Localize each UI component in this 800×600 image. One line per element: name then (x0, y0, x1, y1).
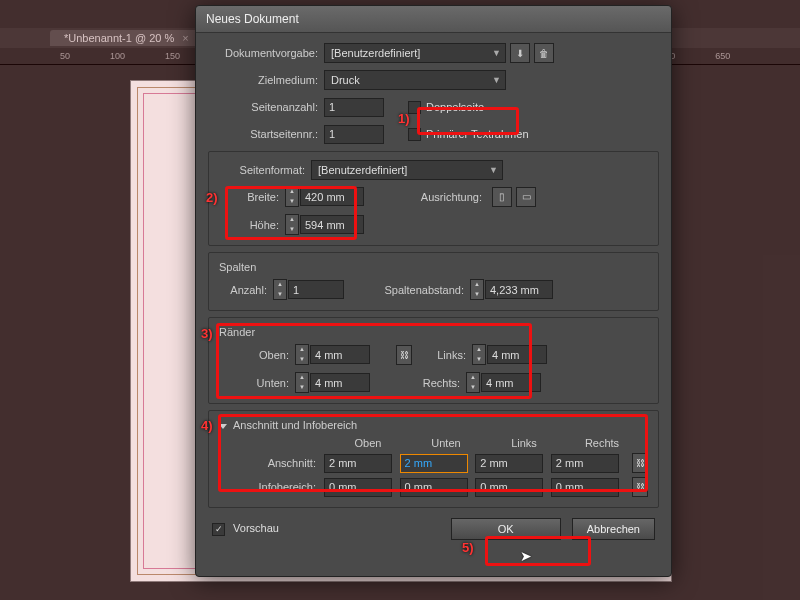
startnr-input[interactable]: 1 (324, 125, 384, 144)
bleed-left-input[interactable]: 2 mm (475, 454, 543, 473)
height-label: Höhe: (219, 219, 285, 231)
columns-group: Spalten Anzahl: ▲▼ 1 Spaltenabstand: ▲▼ … (208, 252, 659, 311)
facing-pages-label: Doppelseite (426, 101, 484, 113)
new-document-dialog: Neues Dokument Dokumentvorgabe: [Benutze… (195, 5, 672, 577)
colcount-input[interactable]: 1 (288, 280, 344, 299)
cursor-icon: ➤ (520, 548, 532, 564)
margin-left-label: Links: (412, 349, 472, 361)
format-label: Seitenformat: (219, 164, 311, 176)
marker-5: 5) (462, 540, 474, 555)
preview-option[interactable]: ✓ Vorschau (212, 522, 279, 536)
margin-bottom-input[interactable]: 4 mm (310, 373, 370, 392)
orientation-portrait-icon[interactable]: ▯ (492, 187, 512, 207)
slug-top-input[interactable]: 0 mm (324, 478, 392, 497)
bleed-column-headers: Oben Unten Links Rechts (329, 437, 648, 449)
delete-preset-icon[interactable]: 🗑 (534, 43, 554, 63)
bleed-label: Anschnitt: (219, 457, 324, 469)
gutter-stepper[interactable]: ▲▼ (470, 279, 484, 300)
margins-group: Ränder Oben: ▲▼ 4 mm ⛓ Links: ▲▼ 4 mm Un… (208, 317, 659, 404)
margin-right-stepper[interactable]: ▲▼ (466, 372, 480, 393)
chevron-down-icon: ▼ (492, 48, 501, 58)
gutter-input[interactable]: 4,233 mm (485, 280, 553, 299)
height-input[interactable]: 594 mm (300, 215, 364, 234)
format-select[interactable]: [Benutzerdefiniert]▼ (311, 160, 503, 180)
width-input[interactable]: 420 mm (300, 187, 364, 206)
colcount-stepper[interactable]: ▲▼ (273, 279, 287, 300)
chevron-down-icon: ▼ (489, 165, 498, 175)
width-label: Breite: (219, 191, 285, 203)
margin-bottom-label: Unten: (219, 377, 295, 389)
margins-title: Ränder (219, 326, 648, 338)
page-format-group: Seitenformat: [Benutzerdefiniert]▼ Breit… (208, 151, 659, 246)
intent-select[interactable]: Druck▼ (324, 70, 506, 90)
preview-checkbox[interactable]: ✓ (212, 523, 225, 536)
bleed-bottom-input[interactable]: 2 mm (400, 454, 468, 473)
cancel-button[interactable]: Abbrechen (572, 518, 655, 540)
margin-top-stepper[interactable]: ▲▼ (295, 344, 309, 365)
marker-1: 1) (398, 111, 410, 126)
chevron-down-icon: ▼ (492, 75, 501, 85)
link-bleed-icon[interactable]: ⛓ (632, 453, 648, 473)
orientation-landscape-icon[interactable]: ▭ (516, 187, 536, 207)
slug-left-input[interactable]: 0 mm (475, 478, 543, 497)
bleed-slug-group: Anschnitt und Infobereich Oben Unten Lin… (208, 410, 659, 508)
disclosure-icon[interactable] (219, 424, 227, 429)
margin-bottom-stepper[interactable]: ▲▼ (295, 372, 309, 393)
primary-textframe-label: Primärer Textrahmen (426, 128, 529, 140)
margin-right-label: Rechts: (406, 377, 466, 389)
columns-title: Spalten (219, 261, 648, 273)
dialog-title: Neues Dokument (206, 12, 299, 26)
margin-left-input[interactable]: 4 mm (487, 345, 547, 364)
height-stepper[interactable]: ▲▼ (285, 214, 299, 235)
bleed-title: Anschnitt und Infobereich (219, 419, 648, 431)
bleed-top-input[interactable]: 2 mm (324, 454, 392, 473)
width-stepper[interactable]: ▲▼ (285, 186, 299, 207)
slug-bottom-input[interactable]: 0 mm (400, 478, 468, 497)
save-preset-icon[interactable]: ⬇ (510, 43, 530, 63)
pages-input[interactable]: 1 (324, 98, 384, 117)
bleed-right-input[interactable]: 2 mm (551, 454, 619, 473)
ok-button[interactable]: OK (451, 518, 561, 540)
preset-label: Dokumentvorgabe: (208, 47, 324, 59)
dialog-titlebar[interactable]: Neues Dokument (196, 6, 671, 33)
preset-select[interactable]: [Benutzerdefiniert]▼ (324, 43, 506, 63)
primary-textframe-checkbox[interactable] (408, 128, 421, 141)
margin-top-label: Oben: (219, 349, 295, 361)
margin-right-input[interactable]: 4 mm (481, 373, 541, 392)
marker-3: 3) (201, 326, 213, 341)
intent-label: Zielmedium: (208, 74, 324, 86)
preview-label: Vorschau (233, 522, 279, 534)
link-slug-icon[interactable]: ⛓ (632, 477, 648, 497)
margin-top-input[interactable]: 4 mm (310, 345, 370, 364)
marker-2: 2) (206, 190, 218, 205)
marker-4: 4) (201, 418, 213, 433)
gutter-label: Spaltenabstand: (344, 284, 470, 296)
orientation-label: Ausrichtung: (364, 191, 488, 203)
link-margins-icon[interactable]: ⛓ (396, 345, 412, 365)
pages-label: Seitenanzahl: (208, 101, 324, 113)
slug-label: Infobereich: (219, 481, 324, 493)
colcount-label: Anzahl: (219, 284, 273, 296)
slug-right-input[interactable]: 0 mm (551, 478, 619, 497)
margin-left-stepper[interactable]: ▲▼ (472, 344, 486, 365)
startnr-label: Startseitennr.: (208, 128, 324, 140)
